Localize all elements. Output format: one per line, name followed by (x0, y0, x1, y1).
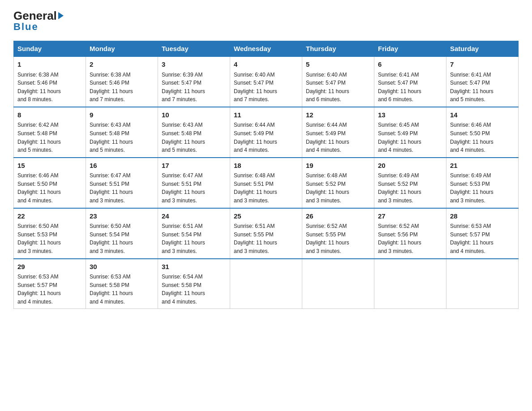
calendar-table: SundayMondayTuesdayWednesdayThursdayFrid… (13, 41, 519, 309)
day-number: 1 (17, 60, 82, 70)
day-number: 8 (17, 110, 82, 120)
calendar-day-cell: 9Sunrise: 6:43 AMSunset: 5:48 PMDaylight… (86, 107, 158, 158)
day-info: Sunrise: 6:48 AMSunset: 5:51 PMDaylight:… (234, 171, 298, 205)
calendar-day-cell: 24Sunrise: 6:51 AMSunset: 5:54 PMDayligh… (158, 208, 230, 259)
logo-blue-text: Blue (13, 21, 39, 33)
day-info: Sunrise: 6:47 AMSunset: 5:51 PMDaylight:… (162, 171, 226, 205)
calendar-day-cell: 12Sunrise: 6:44 AMSunset: 5:49 PMDayligh… (302, 107, 374, 158)
day-info: Sunrise: 6:54 AMSunset: 5:58 PMDaylight:… (162, 273, 226, 306)
day-info: Sunrise: 6:51 AMSunset: 5:54 PMDaylight:… (162, 222, 226, 255)
day-number: 21 (450, 161, 515, 171)
day-info: Sunrise: 6:38 AMSunset: 5:46 PMDaylight:… (17, 71, 82, 104)
day-number: 19 (306, 161, 370, 171)
calendar-day-cell: 28Sunrise: 6:53 AMSunset: 5:57 PMDayligh… (446, 208, 519, 259)
calendar-week-row: 29Sunrise: 6:53 AMSunset: 5:57 PMDayligh… (14, 259, 519, 309)
weekday-header-saturday: Saturday (446, 41, 519, 57)
calendar-week-row: 22Sunrise: 6:50 AMSunset: 5:53 PMDayligh… (14, 208, 519, 259)
calendar-day-cell: 17Sunrise: 6:47 AMSunset: 5:51 PMDayligh… (158, 158, 230, 208)
day-info: Sunrise: 6:42 AMSunset: 5:48 PMDaylight:… (17, 121, 82, 154)
day-number: 13 (378, 110, 442, 120)
calendar-week-row: 1Sunrise: 6:38 AMSunset: 5:46 PMDaylight… (14, 56, 519, 107)
calendar-day-cell: 26Sunrise: 6:52 AMSunset: 5:55 PMDayligh… (302, 208, 374, 259)
day-number: 26 (306, 211, 370, 222)
calendar-day-cell: 22Sunrise: 6:50 AMSunset: 5:53 PMDayligh… (14, 208, 86, 259)
calendar-day-cell: 25Sunrise: 6:51 AMSunset: 5:55 PMDayligh… (230, 208, 302, 259)
logo: General Blue (13, 9, 64, 33)
day-info: Sunrise: 6:47 AMSunset: 5:51 PMDaylight:… (90, 171, 154, 205)
calendar-week-row: 15Sunrise: 6:46 AMSunset: 5:50 PMDayligh… (14, 158, 519, 208)
calendar-empty-cell (446, 259, 519, 309)
day-number: 14 (450, 110, 515, 120)
day-number: 9 (90, 110, 154, 120)
day-number: 11 (234, 110, 298, 120)
day-number: 16 (90, 161, 154, 171)
calendar-day-cell: 18Sunrise: 6:48 AMSunset: 5:51 PMDayligh… (230, 158, 302, 208)
day-info: Sunrise: 6:44 AMSunset: 5:49 PMDaylight:… (234, 121, 298, 154)
weekday-header-sunday: Sunday (14, 41, 86, 57)
weekday-header-wednesday: Wednesday (230, 41, 302, 57)
calendar-day-cell: 14Sunrise: 6:46 AMSunset: 5:50 PMDayligh… (446, 107, 519, 158)
day-number: 6 (378, 60, 442, 70)
calendar-day-cell: 31Sunrise: 6:54 AMSunset: 5:58 PMDayligh… (158, 259, 230, 309)
calendar-day-cell: 29Sunrise: 6:53 AMSunset: 5:57 PMDayligh… (14, 259, 86, 309)
calendar-day-cell: 5Sunrise: 6:40 AMSunset: 5:47 PMDaylight… (302, 56, 374, 107)
day-info: Sunrise: 6:51 AMSunset: 5:55 PMDaylight:… (234, 222, 298, 255)
calendar-day-cell: 2Sunrise: 6:38 AMSunset: 5:46 PMDaylight… (86, 56, 158, 107)
day-number: 29 (17, 262, 82, 272)
day-number: 22 (17, 211, 82, 222)
calendar-day-cell: 30Sunrise: 6:53 AMSunset: 5:58 PMDayligh… (86, 259, 158, 309)
day-number: 7 (450, 60, 515, 70)
day-info: Sunrise: 6:53 AMSunset: 5:57 PMDaylight:… (17, 273, 82, 306)
calendar-day-cell: 13Sunrise: 6:45 AMSunset: 5:49 PMDayligh… (374, 107, 446, 158)
day-info: Sunrise: 6:48 AMSunset: 5:52 PMDaylight:… (306, 171, 370, 205)
day-info: Sunrise: 6:43 AMSunset: 5:48 PMDaylight:… (90, 121, 154, 154)
day-number: 30 (90, 262, 154, 272)
calendar-day-cell: 7Sunrise: 6:41 AMSunset: 5:47 PMDaylight… (446, 56, 519, 107)
day-number: 23 (90, 211, 154, 222)
weekday-header-row: SundayMondayTuesdayWednesdayThursdayFrid… (14, 41, 519, 57)
day-info: Sunrise: 6:45 AMSunset: 5:49 PMDaylight:… (378, 121, 442, 154)
calendar-day-cell: 4Sunrise: 6:40 AMSunset: 5:47 PMDaylight… (230, 56, 302, 107)
day-number: 28 (450, 211, 515, 222)
calendar-day-cell: 15Sunrise: 6:46 AMSunset: 5:50 PMDayligh… (14, 158, 86, 208)
day-info: Sunrise: 6:41 AMSunset: 5:47 PMDaylight:… (450, 71, 515, 104)
weekday-header-tuesday: Tuesday (158, 41, 230, 57)
day-info: Sunrise: 6:52 AMSunset: 5:55 PMDaylight:… (306, 222, 370, 255)
calendar-day-cell: 1Sunrise: 6:38 AMSunset: 5:46 PMDaylight… (14, 56, 86, 107)
logo-triangle-icon (58, 12, 64, 19)
calendar-empty-cell (302, 259, 374, 309)
day-number: 4 (234, 60, 298, 70)
day-number: 24 (162, 211, 226, 222)
day-info: Sunrise: 6:41 AMSunset: 5:47 PMDaylight:… (378, 71, 442, 104)
day-info: Sunrise: 6:38 AMSunset: 5:46 PMDaylight:… (90, 71, 154, 104)
day-number: 27 (378, 211, 442, 222)
day-info: Sunrise: 6:53 AMSunset: 5:58 PMDaylight:… (90, 273, 154, 306)
day-info: Sunrise: 6:43 AMSunset: 5:48 PMDaylight:… (162, 121, 226, 154)
day-info: Sunrise: 6:52 AMSunset: 5:56 PMDaylight:… (378, 222, 442, 255)
day-info: Sunrise: 6:49 AMSunset: 5:53 PMDaylight:… (450, 171, 515, 205)
calendar-day-cell: 10Sunrise: 6:43 AMSunset: 5:48 PMDayligh… (158, 107, 230, 158)
day-number: 5 (306, 60, 370, 70)
calendar-day-cell: 27Sunrise: 6:52 AMSunset: 5:56 PMDayligh… (374, 208, 446, 259)
day-info: Sunrise: 6:49 AMSunset: 5:52 PMDaylight:… (378, 171, 442, 205)
day-number: 3 (162, 60, 226, 70)
calendar-day-cell: 19Sunrise: 6:48 AMSunset: 5:52 PMDayligh… (302, 158, 374, 208)
day-number: 25 (234, 211, 298, 222)
day-number: 31 (162, 262, 226, 272)
calendar-day-cell: 6Sunrise: 6:41 AMSunset: 5:47 PMDaylight… (374, 56, 446, 107)
calendar-day-cell: 8Sunrise: 6:42 AMSunset: 5:48 PMDaylight… (14, 107, 86, 158)
day-number: 10 (162, 110, 226, 120)
page-header: General Blue (13, 9, 519, 33)
calendar-day-cell: 11Sunrise: 6:44 AMSunset: 5:49 PMDayligh… (230, 107, 302, 158)
calendar-day-cell: 20Sunrise: 6:49 AMSunset: 5:52 PMDayligh… (374, 158, 446, 208)
day-number: 20 (378, 161, 442, 171)
day-info: Sunrise: 6:39 AMSunset: 5:47 PMDaylight:… (162, 71, 226, 104)
day-info: Sunrise: 6:53 AMSunset: 5:57 PMDaylight:… (450, 222, 515, 255)
day-number: 15 (17, 161, 82, 171)
day-number: 17 (162, 161, 226, 171)
calendar-day-cell: 16Sunrise: 6:47 AMSunset: 5:51 PMDayligh… (86, 158, 158, 208)
calendar-week-row: 8Sunrise: 6:42 AMSunset: 5:48 PMDaylight… (14, 107, 519, 158)
weekday-header-friday: Friday (374, 41, 446, 57)
day-number: 2 (90, 60, 154, 70)
day-info: Sunrise: 6:50 AMSunset: 5:53 PMDaylight:… (17, 222, 82, 255)
